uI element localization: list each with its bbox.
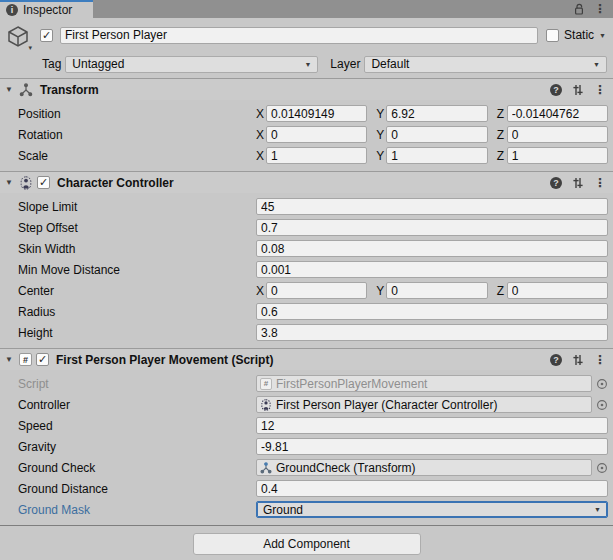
speed-input[interactable] (256, 417, 608, 434)
component-enabled-checkbox[interactable] (37, 176, 50, 189)
static-dropdown-icon[interactable] (599, 32, 606, 39)
ground-mask-dropdown[interactable]: Ground (256, 501, 608, 518)
min-move-distance-row: Min Move Distance (18, 261, 608, 278)
object-picker-icon[interactable] (595, 461, 608, 474)
tag-dropdown[interactable]: Untagged (65, 56, 318, 73)
gravity-row: Gravity (18, 438, 608, 455)
step-offset-label: Step Offset (18, 221, 256, 235)
axis-x-label: X (256, 128, 266, 142)
height-label: Height (18, 326, 256, 340)
position-y-input[interactable] (386, 105, 487, 122)
presets-icon[interactable] (572, 354, 584, 366)
movement-script-header[interactable]: First Person Player Movement (Script) (0, 349, 613, 370)
rotation-x-input[interactable] (266, 126, 367, 143)
center-y-input[interactable] (386, 282, 487, 299)
rotation-z-input[interactable] (507, 126, 608, 143)
min-move-distance-input[interactable] (256, 261, 608, 278)
gameobject-header: Static Tag Untagged Layer Default (0, 18, 613, 78)
inspector-panel: Inspector (0, 0, 613, 560)
name-input[interactable] (60, 27, 538, 44)
tab-bar: Inspector (0, 0, 613, 18)
chevron-down-icon (594, 506, 601, 513)
foldout-icon[interactable] (5, 355, 15, 364)
radius-input[interactable] (256, 303, 608, 320)
skin-width-input[interactable] (256, 240, 608, 257)
slope-limit-label: Slope Limit (18, 200, 256, 214)
rotation-y-input[interactable] (386, 126, 487, 143)
component-title: Transform (40, 83, 99, 97)
ground-mask-value: Ground (263, 503, 303, 517)
tab-label: Inspector (23, 3, 72, 17)
transform-icon (260, 462, 272, 474)
presets-icon[interactable] (572, 84, 584, 96)
tab-inspector[interactable]: Inspector (0, 0, 93, 18)
character-controller-header[interactable]: Character Controller (0, 172, 613, 193)
help-icon[interactable] (550, 354, 562, 366)
position-z-input[interactable] (507, 105, 608, 122)
skin-width-row: Skin Width (18, 240, 608, 257)
character-controller-icon (19, 176, 33, 190)
gravity-label: Gravity (18, 440, 256, 454)
script-object-field[interactable]: FirstPersonPlayerMovement (256, 375, 592, 392)
help-icon[interactable] (550, 84, 562, 96)
center-label: Center (18, 284, 256, 298)
slope-limit-input[interactable] (256, 198, 608, 215)
transform-icon (19, 83, 33, 97)
controller-object-field[interactable]: First Person Player (Character Controlle… (256, 396, 592, 413)
foldout-icon[interactable] (5, 178, 15, 187)
transform-header[interactable]: Transform (0, 79, 613, 100)
static-checkbox[interactable] (546, 29, 559, 42)
component-title: Character Controller (57, 176, 174, 190)
component-enabled-checkbox[interactable] (36, 353, 49, 366)
ground-check-object-field[interactable]: GroundCheck (Transform) (256, 459, 592, 476)
panel-menu-icon[interactable] (594, 3, 606, 15)
gravity-input[interactable] (256, 438, 608, 455)
component-menu-icon[interactable] (594, 177, 606, 189)
object-picker-icon[interactable] (595, 398, 608, 411)
ground-distance-input[interactable] (256, 480, 608, 497)
radius-label: Radius (18, 305, 256, 319)
csharp-script-icon (260, 378, 272, 390)
axis-z-label: Z (497, 107, 507, 121)
position-x-input[interactable] (266, 105, 367, 122)
step-offset-input[interactable] (256, 219, 608, 236)
layer-value: Default (371, 57, 409, 71)
ground-check-row: Ground Check GroundCheck (Transform) (18, 459, 608, 476)
axis-x-label: X (256, 284, 266, 298)
add-component-button[interactable]: Add Component (193, 533, 421, 555)
object-picker-icon[interactable] (595, 377, 608, 390)
scale-y-input[interactable] (386, 147, 487, 164)
axis-y-label: Y (376, 149, 386, 163)
gameobject-icon[interactable] (6, 26, 32, 44)
center-x-input[interactable] (266, 282, 367, 299)
lock-icon[interactable] (573, 3, 585, 16)
script-object-value: FirstPersonPlayerMovement (276, 377, 427, 391)
tabbar-actions (573, 0, 613, 18)
position-row: Position X Y Z (18, 105, 608, 122)
layer-dropdown[interactable]: Default (364, 56, 607, 73)
foldout-icon[interactable] (5, 85, 15, 94)
axis-z-label: Z (497, 128, 507, 142)
axis-z-label: Z (497, 149, 507, 163)
gameobject-icon-dropdown[interactable] (28, 44, 32, 52)
presets-icon[interactable] (572, 177, 584, 189)
script-row: Script FirstPersonPlayerMovement (18, 375, 608, 392)
height-input[interactable] (256, 324, 608, 341)
active-checkbox[interactable] (40, 29, 53, 42)
scale-x-input[interactable] (266, 147, 367, 164)
speed-label: Speed (18, 419, 256, 433)
help-icon[interactable] (550, 177, 562, 189)
axis-z-label: Z (497, 284, 507, 298)
component-title: First Person Player Movement (Script) (56, 353, 273, 367)
controller-label: Controller (18, 398, 256, 412)
character-controller-icon (260, 399, 272, 411)
axis-x-label: X (256, 149, 266, 163)
speed-row: Speed (18, 417, 608, 434)
chevron-down-icon (593, 61, 600, 68)
component-menu-icon[interactable] (594, 84, 606, 96)
position-label: Position (18, 107, 256, 121)
scale-z-input[interactable] (507, 147, 608, 164)
component-menu-icon[interactable] (594, 354, 606, 366)
tag-value: Untagged (72, 57, 124, 71)
center-z-input[interactable] (507, 282, 608, 299)
